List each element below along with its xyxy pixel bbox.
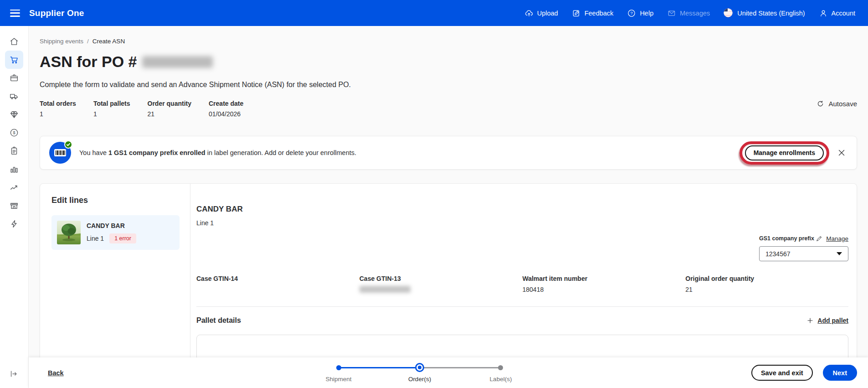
step-label-labels: Label(s) <box>464 376 537 383</box>
next-button[interactable]: Next <box>823 365 857 381</box>
upload-button[interactable]: Upload <box>524 9 558 18</box>
field-label: Case GTIN-14 <box>196 275 360 282</box>
error-badge: 1 error <box>109 233 136 243</box>
field-case-gtin-14: Case GTIN-14 <box>196 275 360 294</box>
line-item-line: Line 1 <box>87 235 104 242</box>
sidebar-item-store[interactable] <box>5 197 23 215</box>
detail-line-number: Line 1 <box>196 219 243 227</box>
manage-enrollments-button[interactable]: Manage enrollments <box>745 145 824 160</box>
field-value: 21 <box>685 286 848 294</box>
step-label-orders: Order(s) <box>383 376 456 383</box>
help-button[interactable]: ? Help <box>627 9 653 18</box>
banner-message-suffix: in label generation. Add or delete your … <box>205 149 356 156</box>
banner-close-icon[interactable] <box>837 148 847 158</box>
stat-label: Create date <box>209 100 243 107</box>
expand-sidebar-button[interactable] <box>5 367 22 381</box>
sidebar-item-reports[interactable] <box>5 142 23 160</box>
left-sidebar: $ <box>0 26 29 388</box>
stat-value: 21 <box>148 110 191 118</box>
home-icon <box>9 36 19 47</box>
account-button[interactable]: Account <box>819 9 855 18</box>
breadcrumb-separator: / <box>87 38 89 45</box>
breadcrumb-shipping-events[interactable]: Shipping events <box>40 38 83 45</box>
dollar-circle-icon: $ <box>9 128 19 138</box>
step-dot-orders[interactable] <box>415 363 424 372</box>
top-navigation-bar: Supplier One Upload Feedback ? Help Mess… <box>0 0 868 26</box>
sidebar-item-quick-actions[interactable] <box>5 215 23 233</box>
stepper-segment-upcoming <box>420 367 501 368</box>
sidebar-item-orders[interactable] <box>5 51 23 69</box>
add-pallet-button[interactable]: Add pallet <box>806 317 848 324</box>
sidebar-item-shipping[interactable] <box>5 87 23 105</box>
feedback-label: Feedback <box>585 10 614 17</box>
edit-lines-panel: Edit lines CANDY BAR Line 1 1 error <box>40 184 190 357</box>
help-label: Help <box>640 10 653 17</box>
field-label: Walmart item number <box>523 275 686 282</box>
stepper-track <box>339 364 501 372</box>
hamburger-menu-icon[interactable] <box>10 10 20 17</box>
gs1-manage-link[interactable]: Manage <box>826 235 848 242</box>
gtin13-redacted <box>360 286 411 293</box>
field-value <box>196 286 360 294</box>
field-case-gtin-13: Case GTIN-13 <box>360 275 523 294</box>
feedback-pencil-icon <box>572 9 581 18</box>
account-person-icon <box>819 9 828 18</box>
po-number-redacted <box>142 56 213 68</box>
step-dot-labels[interactable] <box>498 365 503 370</box>
gs1-prefix-block: GS1 company prefix Manage 1234567 <box>759 235 848 261</box>
locale-selector[interactable]: United States (English) <box>724 8 805 18</box>
line-item-name: CANDY BAR <box>87 222 136 229</box>
gs1-prefix-select[interactable]: 1234567 <box>759 246 848 261</box>
breadcrumb: Shipping events / Create ASN <box>40 38 857 45</box>
sidebar-item-payments[interactable]: $ <box>5 124 23 142</box>
back-link[interactable]: Back <box>48 369 64 377</box>
brand-logo: Supplier One <box>29 8 84 18</box>
page-title: ASN for PO # <box>40 53 857 71</box>
pallet-details-box <box>196 335 848 357</box>
svg-text:$: $ <box>13 130 15 135</box>
product-thumbnail <box>57 221 81 244</box>
upload-label: Upload <box>537 10 558 17</box>
messages-envelope-icon <box>667 9 676 18</box>
save-and-exit-button[interactable]: Save and exit <box>751 365 813 381</box>
stat-create-date: Create date 01/04/2026 <box>209 100 243 118</box>
stepper-segment-complete <box>339 367 420 368</box>
summary-stats: Total orders 1 Total pallets 1 Order qua… <box>40 100 243 118</box>
banner-message-bold: 1 GS1 company prefix enrolled <box>108 149 205 156</box>
field-label: Case GTIN-13 <box>360 275 523 282</box>
sidebar-item-items[interactable] <box>5 69 23 87</box>
plus-icon <box>806 317 814 324</box>
page-title-text: ASN for PO # <box>40 53 137 71</box>
sidebar-item-home[interactable] <box>5 32 23 51</box>
cloud-upload-icon <box>524 9 534 18</box>
field-walmart-item-number: Walmart item number 180418 <box>523 275 686 294</box>
stat-label: Total orders <box>40 100 76 107</box>
sidebar-item-analytics[interactable] <box>5 160 23 178</box>
topbar-actions: Upload Feedback ? Help Messages United S… <box>524 8 855 18</box>
us-flag-icon <box>724 8 734 18</box>
sidebar-item-insights[interactable] <box>5 178 23 197</box>
supplier-one-app: Supplier One Upload Feedback ? Help Mess… <box>0 0 868 388</box>
check-badge-icon <box>64 140 72 149</box>
chevron-down-icon <box>837 252 842 255</box>
field-value: 180418 <box>523 286 686 294</box>
wizard-footer: Back Shipment Order(s) Label(s) <box>29 357 868 388</box>
page-subtitle: Complete the form to validate and send a… <box>40 81 857 89</box>
edit-lines-heading: Edit lines <box>40 196 190 205</box>
step-dot-shipment[interactable] <box>336 365 341 370</box>
stat-label: Total pallets <box>93 100 130 107</box>
field-label: Original order quantity <box>685 275 848 282</box>
stat-value: 1 <box>40 110 76 118</box>
line-fields: Case GTIN-14 Case GTIN-13 Walmart item n… <box>196 275 848 294</box>
cart-icon <box>9 55 19 65</box>
messages-button[interactable]: Messages <box>667 9 710 18</box>
feedback-button[interactable]: Feedback <box>572 9 614 18</box>
help-question-icon: ? <box>627 9 636 18</box>
line-item-candy-bar[interactable]: CANDY BAR Line 1 1 error <box>51 215 180 250</box>
sidebar-item-growth[interactable] <box>5 105 23 124</box>
stat-order-quantity: Order quantity 21 <box>148 100 191 118</box>
gs1-prefix-value: 1234567 <box>765 250 791 258</box>
progress-stepper: Shipment Order(s) Label(s) <box>339 364 501 384</box>
banner-message: You have 1 GS1 company prefix enrolled i… <box>79 149 356 156</box>
pallet-details-heading: Pallet details <box>196 316 241 325</box>
